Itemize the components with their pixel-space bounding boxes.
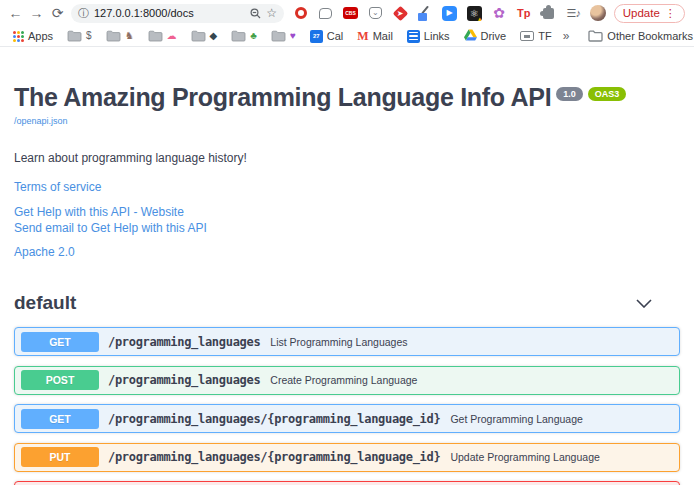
media-queue-icon[interactable]: ☰♪ [564, 4, 582, 22]
color-picker-icon[interactable] [416, 4, 434, 22]
folder-icon [271, 30, 286, 42]
apps-grid-icon [13, 31, 24, 42]
tf-icon [520, 31, 534, 41]
endpoint-path: /programming_languages [108, 335, 260, 349]
extension-strip: CBS ⌄ ➤ ▶ ⚛▲ ✿ Tp ☰♪ Update ⋮ [284, 4, 689, 23]
endpoint-row[interactable]: DELETE/programming_languages/{programmin… [14, 481, 680, 485]
bookmark-label: Mail [373, 30, 393, 42]
zoom-meeting-icon[interactable]: ▶ [441, 4, 459, 22]
extensions-puzzle-icon[interactable] [540, 4, 558, 22]
folder-icon [191, 30, 206, 42]
bookmark-label: Drive [481, 30, 507, 42]
bookmark-star-icon[interactable]: ☆ [266, 6, 277, 20]
default-section-header[interactable]: default [14, 292, 680, 314]
title-row: The Amazing Programming Language Info AP… [14, 84, 680, 110]
update-button[interactable]: Update ⋮ [614, 4, 685, 23]
horse-folder[interactable]: ♞ [99, 30, 141, 42]
page-title: The Amazing Programming Language Info AP… [14, 84, 551, 110]
zoom-out-icon[interactable] [250, 8, 261, 19]
address-bar[interactable]: ⓘ 127.0.0.1:8000/docs ☆ [71, 4, 284, 23]
back-icon[interactable]: ← [5, 3, 26, 24]
money-folder[interactable]: $ [60, 30, 99, 42]
atom-extension-icon[interactable]: ⚛▲ [465, 4, 483, 22]
method-badge: POST [21, 370, 99, 390]
oas3-badge: OAS3 [588, 87, 627, 101]
chat-bubble-icon[interactable] [317, 4, 335, 22]
adblock-ring-icon[interactable] [292, 4, 310, 22]
profile-avatar[interactable] [589, 4, 607, 22]
tp-extension-icon[interactable]: Tp [515, 4, 533, 22]
purple-heart-folder[interactable]: ♥ [264, 30, 303, 42]
bookmark-items-container: Apps$♞☁◆♣♥27CalMMailLinksDriveTF [6, 29, 559, 44]
license-link[interactable]: Apache 2.0 [14, 245, 680, 259]
graduation-folder[interactable]: ◆ [184, 30, 225, 42]
endpoint-summary: Get Programming Language [450, 413, 583, 425]
bookmark-drive[interactable]: Drive [457, 29, 514, 43]
gmail-icon: M [357, 29, 368, 44]
bookmarks-overflow-chevron[interactable]: » [559, 29, 574, 43]
terms-of-service-link[interactable]: Terms of service [14, 180, 680, 194]
method-badge: GET [21, 332, 99, 352]
green-folder[interactable]: ♣ [224, 30, 264, 42]
version-badge: 1.0 [556, 87, 583, 101]
endpoint-summary: Update Programming Language [450, 451, 599, 463]
endpoint-row[interactable]: GET/programming_languagesList Programmin… [14, 327, 680, 356]
share-diamond-icon[interactable]: ➤ [391, 4, 409, 22]
reload-icon[interactable]: ⟳ [47, 3, 68, 24]
contact-website-link[interactable]: Get Help with this API - Website [14, 205, 680, 219]
openapi-json-link[interactable]: /openapi.json [14, 116, 68, 126]
pocket-icon[interactable]: ⌄ [366, 4, 384, 22]
chevron-down-icon[interactable] [636, 299, 652, 308]
url-text[interactable]: 127.0.0.1:8000/docs [94, 7, 245, 19]
folder-icon [106, 30, 121, 42]
bookmark-mail[interactable]: MMail [350, 29, 400, 44]
bookmarks-bar: Apps$♞☁◆♣♥27CalMMailLinksDriveTF » Other… [0, 26, 694, 47]
bookmark-apps[interactable]: Apps [6, 30, 60, 42]
bookmark-label: Links [424, 30, 450, 42]
other-bookmarks[interactable]: Other Bookmarks [581, 30, 694, 42]
method-badge: PUT [21, 447, 99, 467]
endpoint-summary: List Programming Languages [270, 336, 407, 348]
bookmark-links[interactable]: Links [400, 30, 457, 43]
endpoint-summary: Create Programming Language [270, 374, 417, 386]
folder-icon [588, 30, 603, 42]
endpoint-path: /programming_languages/{programming_lang… [108, 450, 440, 464]
folder-emoji: $ [86, 31, 92, 41]
bookmark-cal[interactable]: 27Cal [303, 30, 351, 43]
calendar-icon: 27 [310, 30, 323, 43]
update-label: Update [623, 7, 660, 19]
drive-icon [464, 29, 477, 43]
bookmark-label: TF [538, 30, 551, 42]
browser-toolbar: ← → ⟳ ⓘ 127.0.0.1:8000/docs ☆ CBS ⌄ ➤ ▶ … [0, 0, 694, 26]
bookmark-label: Cal [327, 30, 344, 42]
endpoint-row[interactable]: GET/programming_languages/{programming_l… [14, 404, 680, 433]
site-info-icon[interactable]: ⓘ [78, 6, 89, 21]
bookmark-label: Apps [28, 30, 53, 42]
endpoint-row[interactable]: POST/programming_languagesCreate Program… [14, 366, 680, 395]
cbs-extension-icon[interactable]: CBS [342, 4, 360, 22]
api-description: Learn about programming language history… [14, 151, 680, 165]
brain-folder[interactable]: ☁ [141, 30, 184, 42]
method-badge: GET [21, 409, 99, 429]
folder-emoji: ☁ [167, 31, 177, 41]
flower-extension-icon[interactable]: ✿ [490, 4, 508, 22]
endpoint-row[interactable]: PUT/programming_languages/{programming_l… [14, 443, 680, 472]
folder-emoji: ♥ [290, 31, 296, 41]
folder-icon [67, 30, 82, 42]
folder-icon [231, 30, 246, 42]
endpoint-path: /programming_languages/{programming_lang… [108, 412, 440, 426]
endpoint-path: /programming_languages [108, 373, 260, 387]
folder-icon [148, 30, 163, 42]
links-icon [407, 30, 420, 43]
folder-emoji: ♞ [125, 31, 134, 41]
bookmark-tf[interactable]: TF [513, 30, 558, 42]
contact-email-link[interactable]: Send email to Get Help with this API [14, 221, 680, 235]
endpoint-list: GET/programming_languagesList Programmin… [14, 327, 680, 485]
folder-emoji: ◆ [210, 31, 218, 41]
menu-dots-icon[interactable]: ⋮ [665, 7, 676, 20]
swagger-docs-page: The Amazing Programming Language Info AP… [0, 47, 694, 485]
folder-emoji: ♣ [250, 31, 257, 41]
forward-icon[interactable]: → [26, 3, 47, 24]
section-title: default [14, 292, 76, 314]
other-bookmarks-label: Other Bookmarks [607, 30, 693, 42]
